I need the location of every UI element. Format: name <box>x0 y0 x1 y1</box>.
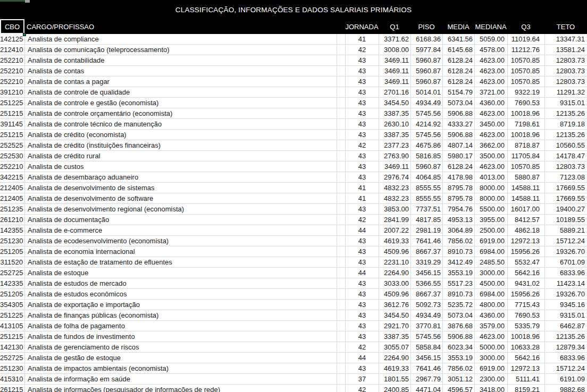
cell-jornada[interactable]: 43 <box>345 87 379 97</box>
cell-media[interactable]: 8910.73 <box>442 289 474 299</box>
cell-spacer[interactable] <box>337 130 345 140</box>
cell-jornada[interactable]: 43 <box>345 310 379 320</box>
cell-media[interactable]: 3553.19 <box>442 353 474 363</box>
cell-cbo[interactable]: 342215 <box>0 172 24 182</box>
cell-q3[interactable]: 7690.53 <box>507 98 544 108</box>
cell-media[interactable]: 6341.56 <box>442 34 474 44</box>
cell-cargo[interactable]: Analista de crédito rural <box>24 151 337 161</box>
cell-cbo[interactable]: 251230 <box>0 363 24 373</box>
cell-media[interactable]: 4807.14 <box>442 140 474 150</box>
cell-teto[interactable]: 8719.18 <box>544 119 587 129</box>
cell-cargo[interactable]: Analista de controle orçamentário (econo… <box>24 108 337 118</box>
cell-jornada[interactable]: 43 <box>345 119 379 129</box>
cell-q1[interactable]: 2007.22 <box>379 225 410 235</box>
cell-q1[interactable]: 4509.96 <box>379 246 410 257</box>
cell-media[interactable]: 5906.88 <box>442 331 474 342</box>
cell-cargo[interactable]: Analista de gerenciamento de riscos <box>24 342 337 352</box>
cell-teto[interactable]: 12803.73 <box>544 76 587 87</box>
cell-media[interactable]: 5517.23 <box>442 278 474 288</box>
cell-spacer[interactable] <box>337 236 345 246</box>
cell-jornada[interactable]: 43 <box>345 130 379 140</box>
cell-piso[interactable]: 4817.85 <box>410 215 442 225</box>
cell-media[interactable]: 4596.57 <box>442 385 474 392</box>
cell-spacer[interactable] <box>337 257 345 267</box>
cell-cbo[interactable]: 251225 <box>0 98 24 108</box>
cell-piso[interactable]: 5960.87 <box>410 55 442 65</box>
cell-q3[interactable]: 12972.13 <box>507 236 544 246</box>
cell-cargo[interactable]: Analista de comunicação (teleprocessamen… <box>24 45 337 55</box>
cell-teto[interactable]: 6833.96 <box>544 268 587 278</box>
cell-spacer[interactable] <box>337 331 345 342</box>
cell-mediana[interactable]: 2300.00 <box>474 374 507 384</box>
cell-mediana[interactable]: 3000.00 <box>474 353 507 363</box>
cell-media[interactable]: 7856.02 <box>442 236 474 246</box>
cell-cargo[interactable]: Analista de estudos econômicos <box>24 289 337 299</box>
cell-teto[interactable]: 9345.16 <box>544 300 587 310</box>
cell-piso[interactable]: 5366.55 <box>410 278 442 288</box>
cell-teto[interactable]: 10189.55 <box>544 215 587 225</box>
cell-q1[interactable]: 2976.74 <box>379 172 410 182</box>
cell-teto[interactable]: 6462.87 <box>544 321 587 331</box>
cell-media[interactable]: 5980.17 <box>442 151 474 161</box>
cell-cargo[interactable]: Analista de desenvolvimento de software <box>24 193 337 203</box>
cell-cbo[interactable]: 261210 <box>0 215 24 225</box>
cell-cbo[interactable]: 391145 <box>0 119 24 129</box>
cell-q3[interactable]: 11705.84 <box>507 151 544 161</box>
cell-piso[interactable]: 6168.36 <box>410 34 442 44</box>
cell-cargo[interactable]: Analista de desenvolvimento de sistemas <box>24 183 337 193</box>
cell-cargo[interactable]: Analista de controle técnico de manutenç… <box>24 119 337 129</box>
cell-spacer[interactable] <box>337 87 345 97</box>
cell-q1[interactable]: 2377.23 <box>379 140 410 150</box>
cell-cargo[interactable]: Analista de documentação <box>24 215 337 225</box>
cell-teto[interactable]: 9882.68 <box>544 385 587 392</box>
cell-teto[interactable]: 12135.26 <box>544 130 587 140</box>
cell-piso[interactable]: 8667.37 <box>410 289 442 299</box>
cell-q1[interactable]: 3469.11 <box>379 55 410 65</box>
cell-q1[interactable]: 3371.62 <box>379 34 410 44</box>
cell-jornada[interactable]: 44 <box>345 225 379 235</box>
column-header-q1[interactable]: Q1 <box>379 19 410 34</box>
cell-cargo[interactable]: Analista de gestão de estoque <box>24 353 337 363</box>
cell-spacer[interactable] <box>337 310 345 320</box>
cell-q3[interactable]: 7690.53 <box>507 310 544 320</box>
cell-cbo[interactable]: 391210 <box>0 87 24 97</box>
cell-jornada[interactable]: 41 <box>345 193 379 203</box>
cell-spacer[interactable] <box>337 183 345 193</box>
cell-mediana[interactable]: 4500.00 <box>474 278 507 288</box>
cell-cargo[interactable]: Analista de desembaraço aduaneiro <box>24 172 337 182</box>
cell-piso[interactable]: 5977.84 <box>410 45 442 55</box>
column-header-teto[interactable]: TETO <box>544 19 587 34</box>
cell-jornada[interactable]: 44 <box>345 353 379 363</box>
cell-teto[interactable]: 12803.73 <box>544 66 587 76</box>
cell-cbo[interactable]: 251225 <box>0 310 24 320</box>
cell-teto[interactable]: 17669.55 <box>544 193 587 203</box>
cell-q3[interactable]: 15956.26 <box>507 246 544 257</box>
cell-q1[interactable]: 2921.70 <box>379 321 410 331</box>
cell-cbo[interactable]: 142355 <box>0 225 24 235</box>
cell-spacer[interactable] <box>337 76 345 87</box>
cell-media[interactable]: 6128.24 <box>442 66 474 76</box>
cell-cbo[interactable]: 251215 <box>0 130 24 140</box>
cell-q1[interactable]: 2400.85 <box>379 385 410 392</box>
cell-cbo[interactable]: 311520 <box>0 257 24 267</box>
cell-spacer[interactable] <box>337 215 345 225</box>
cell-media[interactable]: 3553.19 <box>442 268 474 278</box>
cell-spacer[interactable] <box>337 34 345 44</box>
cell-q3[interactable]: 10018.96 <box>507 331 544 342</box>
cell-cbo[interactable]: 251230 <box>0 236 24 246</box>
cell-jornada[interactable]: 43 <box>345 363 379 373</box>
cell-q1[interactable]: 3612.76 <box>379 300 410 310</box>
cell-mediana[interactable]: 3000.00 <box>474 268 507 278</box>
cell-q3[interactable]: 16017.00 <box>507 204 544 214</box>
cell-piso[interactable]: 3456.15 <box>410 268 442 278</box>
cell-q1[interactable]: 3055.07 <box>379 342 410 352</box>
cell-piso[interactable]: 5858.84 <box>410 342 442 352</box>
cell-spacer[interactable] <box>337 363 345 373</box>
cell-q1[interactable]: 2630.10 <box>379 119 410 129</box>
cell-q1[interactable]: 2231.10 <box>379 257 410 267</box>
cell-q1[interactable]: 2701.16 <box>379 87 410 97</box>
cell-media[interactable]: 8910.73 <box>442 246 474 257</box>
cell-cargo[interactable]: Analista de ecodesenvolvimento (economis… <box>24 236 337 246</box>
cell-q1[interactable]: 2763.90 <box>379 151 410 161</box>
cell-teto[interactable]: 10560.55 <box>544 140 587 150</box>
